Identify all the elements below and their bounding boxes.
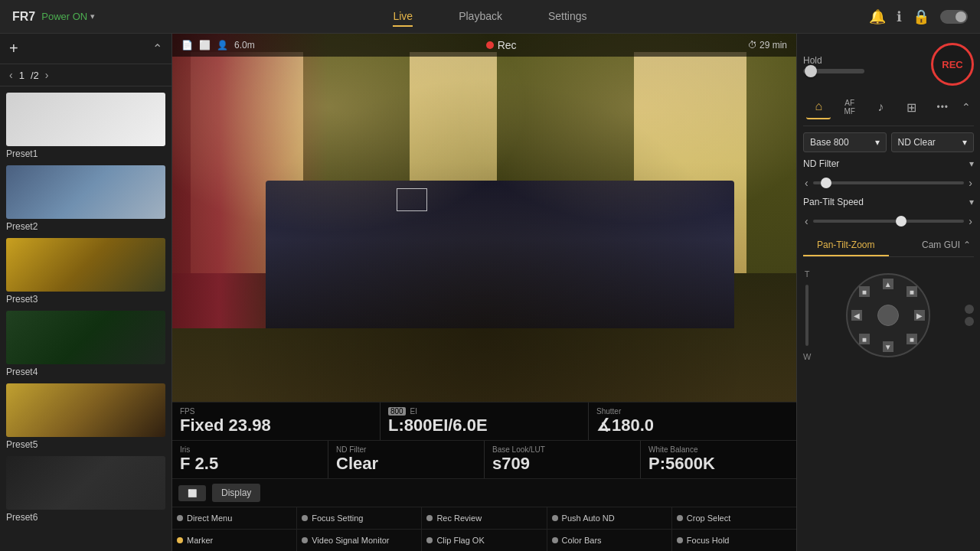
focus-hold-button[interactable]: Focus Hold	[672, 530, 796, 551]
pan-tilt-slider-track[interactable]	[813, 220, 965, 223]
zoom-slider-vertical[interactable]	[805, 285, 808, 346]
power-toggle[interactable]	[940, 10, 968, 24]
crop-select-button[interactable]: Crop Select	[672, 507, 796, 529]
more-icon-button[interactable]: •••	[930, 95, 955, 119]
joystick-down-left[interactable]: ■	[859, 334, 870, 344]
video-time-remaining: ⏱ 29 min	[748, 40, 787, 51]
cam-info-bar-1: FPS Fixed 23.98 800 EI L:800EI/6.0E Shut…	[172, 402, 796, 440]
hold-slider-knob	[805, 65, 817, 77]
music-icon-button[interactable]: ♪	[868, 95, 893, 119]
joystick-down[interactable]: ▼	[883, 341, 893, 352]
rec-button[interactable]: REC	[931, 43, 974, 86]
power-dropdown-arrow[interactable]: ▾	[90, 11, 95, 21]
tab-settings[interactable]: Settings	[548, 7, 587, 27]
rec-indicator: Rec	[486, 39, 517, 51]
power-status: Power ON ▾	[41, 11, 95, 22]
list-item[interactable]: Preset6	[6, 456, 165, 523]
video-signal-monitor-button[interactable]: Video Signal Monitor	[297, 530, 422, 551]
ptz-tabs: Pan-Tilt-Zoom Cam GUI ⌃	[803, 235, 974, 257]
tab-pan-tilt-zoom[interactable]: Pan-Tilt-Zoom	[803, 235, 889, 256]
joystick-up-left[interactable]: ■	[859, 286, 870, 297]
nd-filter-dropdown[interactable]: ND Clear ▾	[891, 132, 975, 152]
rec-review-button[interactable]: Rec Review	[422, 507, 547, 529]
nav-tabs: Live Playback Settings	[165, 7, 815, 27]
nd-filter-section-row: ND Filter ▾	[803, 158, 974, 169]
shutter-section: Shutter ∡180.0	[589, 403, 796, 440]
joystick-area: T W ▲ ▼ ◀ ▶ ■ ■ ■ ■	[803, 263, 974, 367]
lock-icon[interactable]: 🔒	[913, 8, 929, 25]
af-mf-icon-button[interactable]: AFMF	[838, 95, 862, 119]
direct-menu-button[interactable]: Direct Menu	[172, 507, 297, 529]
nd-filter-value: ND Clear	[898, 137, 936, 148]
function-buttons-row2: Marker Video Signal Monitor Clip Flag OK…	[172, 529, 796, 551]
rec-area: Hold REC	[803, 40, 974, 89]
nd-filter-section: ND Filter Clear	[328, 441, 485, 478]
preset-label: Preset3	[6, 294, 165, 305]
function-buttons-row1: Direct Menu Focus Setting Rec Review Pus…	[172, 507, 796, 529]
cam-gui-label[interactable]: Cam GUI	[922, 240, 960, 250]
zoom-circle-bottom[interactable]	[965, 317, 974, 326]
preset-pagination: ‹ 1 /2 ›	[0, 64, 172, 86]
color-bars-button[interactable]: Color Bars	[547, 530, 672, 551]
pan-tilt-slider-left[interactable]: ‹	[803, 214, 810, 229]
sidebar-header: + ⌃	[0, 34, 172, 64]
cam-gui-chevron[interactable]: ⌃	[963, 240, 971, 250]
nd-filter-section-label: ND Filter	[803, 158, 839, 169]
joystick-ring[interactable]: ▲ ▼ ◀ ▶ ■ ■ ■ ■	[846, 273, 930, 357]
right-panel: Hold REC ⌂ AFMF ♪ ⊞ ••• ⌃ Base 800	[796, 34, 980, 551]
page-next-button[interactable]: ›	[45, 69, 49, 81]
add-preset-button[interactable]: +	[9, 40, 18, 57]
main-content: + ⌃ ‹ 1 /2 › Preset1 Preset2 Preset3	[0, 34, 980, 551]
info-icon[interactable]: ℹ	[897, 8, 902, 25]
list-item[interactable]: Preset1	[6, 93, 165, 159]
marker-button[interactable]: Marker	[172, 530, 297, 551]
clip-flag-ok-button[interactable]: Clip Flag OK	[422, 530, 547, 551]
joystick-center-button[interactable]	[877, 305, 899, 326]
crop-select-label: Crop Select	[687, 514, 730, 523]
joystick-up-right[interactable]: ■	[906, 286, 917, 297]
display-button[interactable]: Display	[212, 484, 260, 502]
rec-display-button[interactable]: ⬜	[178, 485, 206, 501]
preset-thumbnail	[6, 238, 165, 292]
joystick-up[interactable]: ▲	[883, 279, 893, 289]
hold-label: Hold	[803, 55, 864, 66]
page-prev-button[interactable]: ‹	[9, 69, 13, 81]
video-resolution: 6.0m	[234, 40, 255, 51]
pan-tilt-expand-icon[interactable]: ▾	[969, 197, 974, 207]
focus-setting-dot	[302, 515, 308, 521]
nd-filter-slider-right[interactable]: ›	[967, 175, 974, 191]
video-signal-monitor-label: Video Signal Monitor	[312, 536, 389, 545]
nd-filter-value: Clear	[336, 454, 476, 474]
focus-setting-button[interactable]: Focus Setting	[297, 507, 422, 529]
tab-playback[interactable]: Playback	[459, 7, 502, 27]
home-icon-button[interactable]: ⌂	[806, 95, 831, 119]
zoom-side-slider	[965, 305, 974, 326]
collapse-sidebar-button[interactable]: ⌃	[152, 41, 162, 56]
marker-label: Marker	[187, 536, 213, 545]
joystick-down-right[interactable]: ■	[906, 334, 917, 344]
zoom-circle-top[interactable]	[965, 305, 974, 314]
nd-filter-expand-icon[interactable]: ▾	[969, 158, 974, 169]
joystick-left[interactable]: ◀	[851, 310, 862, 321]
joystick-right[interactable]: ▶	[914, 310, 925, 321]
nd-filter-slider-track[interactable]	[813, 181, 965, 184]
center-panel: 📄 ⬜ 👤 6.0m Rec ⏱ 29 min FPS Fixed 23	[172, 34, 796, 551]
clip-flag-ok-dot	[426, 537, 433, 543]
monitor-icon-button[interactable]: ⊞	[900, 95, 924, 119]
focus-setting-label: Focus Setting	[312, 514, 363, 523]
pan-tilt-slider-right[interactable]: ›	[967, 214, 974, 229]
list-item[interactable]: Preset4	[6, 311, 165, 377]
list-item[interactable]: Preset2	[6, 165, 165, 232]
joystick-container: ▲ ▼ ◀ ▶ ■ ■ ■ ■	[817, 273, 959, 357]
tab-live[interactable]: Live	[393, 7, 413, 27]
base-iso-dropdown[interactable]: Base 800 ▾	[803, 132, 887, 152]
right-panel-collapse-button[interactable]: ⌃	[962, 101, 971, 113]
nd-filter-slider-left[interactable]: ‹	[803, 175, 810, 191]
list-item[interactable]: Preset3	[6, 238, 165, 305]
hold-slider[interactable]	[803, 69, 864, 73]
base-iso-arrow: ▾	[875, 137, 880, 148]
push-auto-nd-button[interactable]: Push Auto ND	[547, 507, 672, 529]
notification-icon[interactable]: 🔔	[869, 8, 886, 25]
list-item[interactable]: Preset5	[6, 383, 165, 450]
focus-hold-label: Focus Hold	[687, 536, 730, 545]
